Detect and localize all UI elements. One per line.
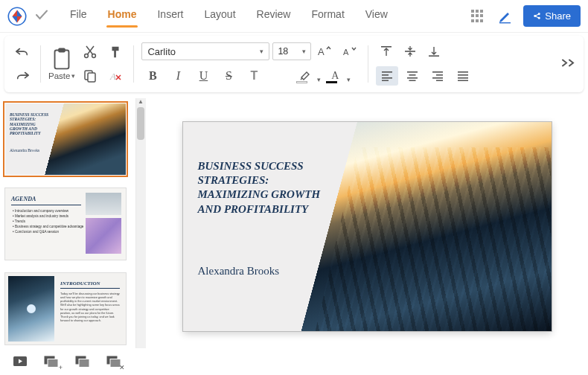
slide-thumb-3[interactable]: INTRODUCTION Today we'll be discussing o… [4,272,127,345]
slide-canvas[interactable]: BUSINESS SUCCESS STRATEGIES: MAXIMIZING … [146,98,588,348]
valign-middle-button[interactable] [400,42,421,60]
align-right-button[interactable] [426,66,449,86]
svg-point-7 [85,54,89,58]
apps-grid-icon[interactable] [471,10,485,23]
thumbnails-scrollbar[interactable]: ▲ [135,98,146,348]
ribbon-more-button[interactable] [561,59,576,70]
thumb2-agenda: • Introduction and company overview • Ma… [13,209,83,234]
svg-text:A: A [343,48,349,57]
text-effect-button[interactable]: T [243,66,265,86]
bold-button[interactable]: B [141,66,164,86]
svg-rect-23 [407,77,418,79]
menu-format[interactable]: Format [301,5,354,28]
svg-rect-24 [409,80,416,82]
font-size-select[interactable]: 18▾ [272,42,311,60]
thumb3-title: INTRODUCTION [60,281,100,286]
share-icon [533,12,541,20]
font-name-value: Carlito [147,46,176,57]
svg-rect-14 [381,46,392,48]
paste-icon[interactable] [52,48,71,70]
copy-button[interactable] [80,67,100,85]
svg-text:A: A [109,71,116,82]
menu-home[interactable]: Home [98,5,147,28]
slide-main[interactable]: BUSINESS SUCCESS STRATEGIES: MAXIMIZING … [183,122,552,331]
svg-rect-6 [58,48,65,53]
svg-text:A: A [318,46,325,57]
menu-review[interactable]: Review [246,5,301,28]
svg-rect-28 [436,80,443,82]
slide-thumbnails-panel: BUSINESS SUCCESS STRATEGIES: MAXIMIZING … [0,98,146,348]
thumb3-body: Today we'll be discussing our business s… [60,292,120,323]
clear-format-button[interactable]: A [105,67,126,85]
slide-thumb-2[interactable]: AGENDA • Introduction and company overvi… [4,188,127,260]
undo-button[interactable] [12,43,33,61]
svg-rect-17 [382,71,392,73]
svg-point-8 [92,54,96,58]
svg-rect-1 [499,22,511,23]
add-slide-button[interactable]: + [42,353,61,370]
svg-rect-19 [382,77,392,79]
font-size-value: 18 [278,46,288,57]
scrollbar-thumb[interactable] [137,107,144,140]
svg-rect-10 [88,73,95,82]
format-painter-button[interactable] [105,43,126,61]
svg-rect-18 [382,74,389,76]
strike-button[interactable]: S [217,66,240,86]
svg-rect-29 [458,71,468,73]
share-button-label: Share [545,10,571,22]
decrease-font-button[interactable]: A [339,42,360,60]
increase-font-button[interactable]: A [314,42,335,60]
underline-button[interactable]: U [192,66,214,86]
valign-bottom-button[interactable] [424,42,444,60]
svg-rect-16 [429,55,439,57]
thumb2-title: AGENDA [11,196,36,202]
menu-view[interactable]: View [355,5,398,28]
thumb1-title: BUSINESS SUCCESS STRATEGIES: MAXIMIZING … [10,112,53,136]
menu-file[interactable]: File [60,5,98,28]
slide-author[interactable]: Alexandra Brooks [198,265,325,278]
svg-rect-22 [409,74,416,76]
svg-rect-15 [405,51,415,52]
edit-pen-icon[interactable] [498,9,513,24]
align-left-button[interactable] [376,66,398,86]
svg-rect-32 [458,80,468,82]
svg-rect-20 [382,80,389,82]
paste-button[interactable]: Paste▾ [48,71,75,80]
svg-rect-26 [436,74,443,76]
save-check-icon[interactable] [31,10,52,22]
svg-rect-5 [55,51,69,69]
menu-insert[interactable]: Insert [147,5,194,28]
start-slideshow-button[interactable] [10,353,30,370]
slide-title[interactable]: BUSINESS SUCCESS STRATEGIES: MAXIMIZING … [198,159,328,217]
font-color-button[interactable]: A▾ [322,66,348,86]
menu-layout[interactable]: Layout [194,5,246,28]
italic-button[interactable]: I [167,66,189,86]
redo-button[interactable] [12,67,33,85]
svg-rect-31 [458,77,468,79]
font-name-select[interactable]: Carlito▾ [141,42,269,60]
valign-top-button[interactable] [376,42,397,60]
app-logo[interactable] [7,7,27,26]
align-justify-button[interactable] [452,66,474,86]
cut-button[interactable] [80,43,100,61]
svg-rect-27 [432,77,443,79]
svg-rect-21 [407,71,418,73]
align-center-button[interactable] [401,66,424,86]
svg-rect-30 [458,74,468,76]
slide-thumb-1[interactable]: BUSINESS SUCCESS STRATEGIES: MAXIMIZING … [4,103,127,176]
share-button[interactable]: Share [523,5,581,27]
paste-label: Paste [48,71,70,80]
svg-rect-37 [79,359,89,368]
svg-rect-35 [48,359,58,368]
duplicate-slide-button[interactable] [73,353,92,370]
svg-rect-25 [432,71,443,73]
delete-slide-button[interactable]: ✕ [104,353,124,370]
highlight-color-button[interactable]: ▾ [292,66,319,86]
thumb1-author: Alexandra Brooks [10,148,39,153]
